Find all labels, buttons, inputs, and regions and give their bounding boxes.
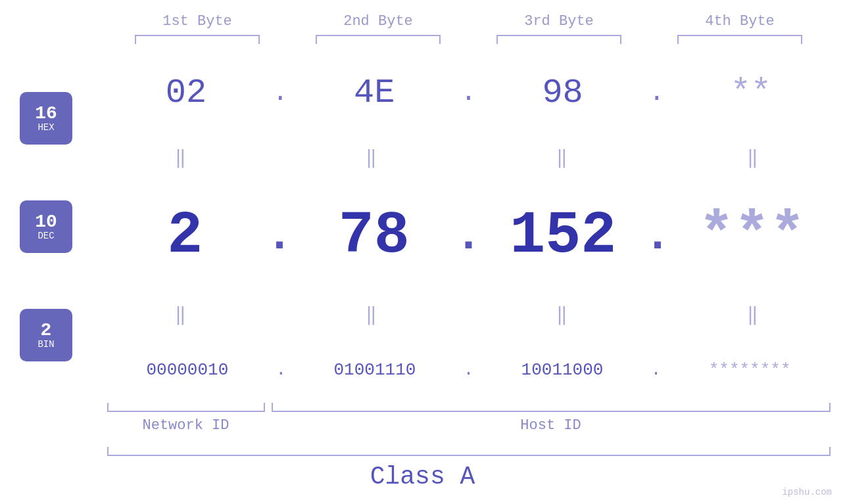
dot9: . <box>651 360 662 380</box>
hex-b4-cell: ** <box>679 74 823 112</box>
eq7: ‖ <box>492 304 637 326</box>
dec-b3-value: 152 <box>510 202 616 269</box>
dot7: . <box>276 360 287 380</box>
bin-b4-cell: ******** <box>677 360 822 380</box>
hex-label-box: 16 HEX <box>20 92 72 145</box>
bin-b2-cell: 01001110 <box>302 360 447 380</box>
host-bracket <box>272 403 831 412</box>
dec-label-box: 10 DEC <box>20 200 72 253</box>
data-grid: 02 . 4E . 98 . ** ‖ ‖ <box>92 57 845 396</box>
eq8: ‖ <box>683 304 827 326</box>
bin-b4-value: ******** <box>709 360 791 380</box>
dot6: . <box>644 210 671 262</box>
bottom-brackets <box>107 403 831 412</box>
dec-b4-value: *** <box>699 202 806 269</box>
dot1: . <box>272 78 288 108</box>
eq1: ‖ <box>110 147 255 169</box>
big-bottom-bracket <box>107 447 831 456</box>
eq3: ‖ <box>492 147 637 169</box>
bracket-b1 <box>135 35 260 44</box>
bracket-b4 <box>677 35 802 44</box>
bin-b3-cell: 10011000 <box>490 360 635 380</box>
byte2-header: 2nd Byte <box>306 13 450 30</box>
network-id-label: Network ID <box>107 417 265 434</box>
bracket-b2 <box>316 35 441 44</box>
byte1-header: 1st Byte <box>125 13 270 30</box>
hex-base: HEX <box>37 123 54 132</box>
content-area: 16 HEX 10 DEC 2 BIN 02 . 4E <box>0 57 845 396</box>
hex-b1-cell: 02 <box>114 74 258 112</box>
dec-num: 10 <box>35 213 57 231</box>
hex-b1-value: 02 <box>166 74 206 112</box>
bottom-labels: Network ID Host ID <box>107 417 831 434</box>
main-container: 1st Byte 2nd Byte 3rd Byte 4th Byte 16 H… <box>0 0 845 504</box>
hex-b2-cell: 4E <box>302 74 447 112</box>
dot3: . <box>649 78 665 108</box>
bin-num: 2 <box>41 321 52 340</box>
dec-b3-cell: 152 <box>491 202 635 269</box>
hex-num: 16 <box>35 104 57 123</box>
byte3-header: 3rd Byte <box>487 13 631 30</box>
dot4: . <box>266 210 293 262</box>
dec-b1-value: 2 <box>167 202 203 269</box>
label-column: 16 HEX 10 DEC 2 BIN <box>0 57 92 396</box>
bottom-section: Network ID Host ID <box>107 403 831 434</box>
dot2: . <box>460 78 476 108</box>
dec-row: 2 . 78 . 152 . *** <box>105 202 832 269</box>
dot5: . <box>454 210 482 262</box>
hex-b2-value: 4E <box>354 74 395 112</box>
bin-b2-value: 01001110 <box>334 360 416 380</box>
eq2: ‖ <box>301 147 446 169</box>
host-id-label: Host ID <box>272 417 831 434</box>
class-label: Class A <box>0 463 845 491</box>
byte4-header: 4th Byte <box>667 13 812 30</box>
dec-b1-cell: 2 <box>112 202 257 269</box>
dec-base: DEC <box>37 231 54 241</box>
equals-row-2: ‖ ‖ ‖ ‖ <box>105 304 832 326</box>
dec-b2-value: 78 <box>339 202 410 269</box>
bin-label-box: 2 BIN <box>20 309 72 361</box>
bin-row: 00000010 . 01001110 . 10011000 . *******… <box>105 360 832 380</box>
dec-b4-cell: *** <box>680 202 825 269</box>
hex-b3-value: 98 <box>542 74 583 112</box>
hex-b4-value: ** <box>731 74 771 112</box>
eq4: ‖ <box>683 147 827 169</box>
bracket-b3 <box>496 35 621 44</box>
top-brackets <box>107 35 831 44</box>
eq6: ‖ <box>301 304 446 326</box>
network-bracket <box>107 403 265 412</box>
watermark: ipshu.com <box>782 487 832 497</box>
equals-row-1: ‖ ‖ ‖ ‖ <box>105 147 832 169</box>
bin-b1-value: 00000010 <box>146 360 228 380</box>
hex-b3-cell: 98 <box>491 74 635 112</box>
bin-b3-value: 10011000 <box>521 360 604 380</box>
byte-headers: 1st Byte 2nd Byte 3rd Byte 4th Byte <box>107 13 831 30</box>
eq5: ‖ <box>110 304 255 326</box>
bin-b1-cell: 00000010 <box>115 360 260 380</box>
hex-row: 02 . 4E . 98 . ** <box>105 74 832 112</box>
dot8: . <box>464 360 474 380</box>
dec-b2-cell: 78 <box>302 202 447 269</box>
bin-base: BIN <box>37 340 54 349</box>
